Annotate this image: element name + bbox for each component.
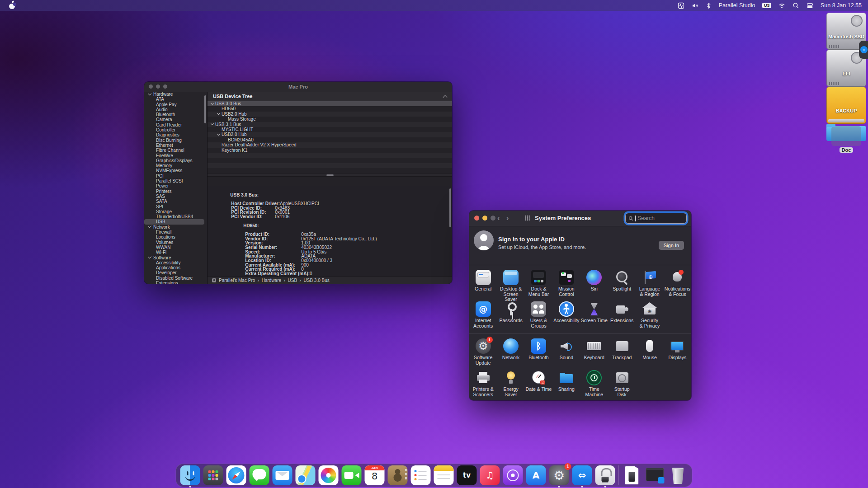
sidebar-item[interactable]: Thunderbolt/USB4 <box>144 214 207 219</box>
sidebar-item[interactable]: Memory <box>144 163 207 168</box>
sidebar-section-hardware[interactable]: Hardware <box>144 92 207 97</box>
tree-row[interactable]: Keychron K1 <box>208 148 452 153</box>
system-preferences-titlebar[interactable]: ‹ › System Preferences Search <box>469 211 691 226</box>
tree-row[interactable]: HD650 <box>208 106 452 111</box>
pref-dock-menu-bar[interactable]: Dock & Menu Bar <box>525 267 552 299</box>
pref-sharing[interactable]: Sharing <box>552 368 580 399</box>
sidebar-item[interactable]: SATA <box>144 199 207 204</box>
tree-row[interactable]: USB2.0 Hub <box>208 112 452 117</box>
sidebar-item[interactable]: Bluetooth <box>144 112 207 117</box>
tree-row[interactable]: USB 3.1 Bus <box>208 122 452 127</box>
pref-general[interactable]: General <box>469 267 497 299</box>
sidebar-item[interactable]: Storage <box>144 209 207 214</box>
dock-document[interactable] <box>622 465 642 485</box>
sidebar-item[interactable]: Fibre Channel <box>144 148 207 153</box>
status-app-name[interactable]: Parallel Studio <box>719 2 755 9</box>
pref-passwords[interactable]: Passwords <box>497 299 524 331</box>
sidebar-item[interactable]: Wi-Fi <box>144 250 207 255</box>
pref-spotlight[interactable]: Spotlight <box>608 267 636 299</box>
pref-time-machine[interactable]: Time Machine <box>580 368 608 399</box>
forward-button[interactable]: › <box>506 213 509 224</box>
sidebar-item[interactable]: Camera <box>144 117 207 122</box>
tree-row[interactable] <box>208 158 452 163</box>
pref-energy-saver[interactable]: Energy Saver <box>497 368 524 399</box>
dock-photos[interactable] <box>319 465 339 485</box>
wifi-icon[interactable] <box>778 2 785 9</box>
pref-sound[interactable]: Sound <box>552 336 580 368</box>
pref-printers-scanners[interactable]: Printers & Scanners <box>469 368 497 399</box>
pref-desktop-screen-saver[interactable]: Desktop & Screen Saver <box>497 267 524 299</box>
sidebar-item[interactable]: SPI <box>144 204 207 209</box>
sidebar-item[interactable]: Graphics/Displays <box>144 158 207 163</box>
sidebar-item[interactable]: Parallel SCSI <box>144 178 207 183</box>
tree-row-usb30-bus[interactable]: USB 3.0 Bus <box>208 101 452 106</box>
minimize-button[interactable] <box>482 216 487 221</box>
pane-splitter[interactable] <box>208 173 452 177</box>
sidebar-item[interactable]: FireWire <box>144 153 207 158</box>
sidebar-item[interactable]: Disc Burning <box>144 138 207 143</box>
pref-startup-disk[interactable]: Startup Disk <box>608 368 636 399</box>
user-switch-icon[interactable] <box>807 2 813 9</box>
teamviewer-edge-tab[interactable]: ⇔ <box>859 41 868 59</box>
sidebar-item-usb[interactable]: USB <box>144 219 204 224</box>
dock-contacts[interactable] <box>388 465 408 485</box>
sign-in-button[interactable]: Sign In <box>659 241 684 250</box>
tree-row[interactable] <box>208 153 452 158</box>
sidebar-item[interactable]: PCI <box>144 174 207 178</box>
details-scrollbar[interactable] <box>449 188 451 227</box>
sidebar-item[interactable]: Firewall <box>144 230 207 235</box>
pref-notifications-focus[interactable]: Notifications & Focus <box>664 267 691 299</box>
tree-row[interactable]: MYSTIC LIGHT <box>208 127 452 132</box>
dock-messages[interactable] <box>250 465 269 485</box>
pref-mouse[interactable]: Mouse <box>636 336 663 368</box>
sidebar-section-software[interactable]: Software <box>144 255 207 260</box>
sidebar-item[interactable]: Extensions <box>144 281 207 284</box>
dock-minimized-window[interactable] <box>645 465 665 485</box>
apple-menu-icon[interactable] <box>9 2 15 9</box>
pref-network[interactable]: Network <box>497 336 524 368</box>
sidebar-item[interactable]: Volumes <box>144 240 207 245</box>
pref-keyboard[interactable]: Keyboard <box>580 336 608 368</box>
pref-mission-control[interactable]: Mission Control <box>552 267 580 299</box>
sidebar-item[interactable]: Applications <box>144 265 207 270</box>
desktop-icon-doc[interactable]: Doc <box>826 126 866 141</box>
tree-row[interactable]: Mass Storage <box>208 117 452 122</box>
dock-reminders[interactable] <box>411 465 431 485</box>
tree-row[interactable]: USB2.0 Hub <box>208 132 452 137</box>
dock-launchpad[interactable] <box>203 465 223 485</box>
sidebar-item[interactable]: Diagnostics <box>144 132 207 137</box>
dock-maps[interactable] <box>296 465 316 485</box>
pref-screen-time[interactable]: Screen Time <box>580 299 608 331</box>
tree-row[interactable]: Razer DeathAdder V2 X HyperSpeed <box>208 142 452 147</box>
bluetooth-icon[interactable] <box>706 2 712 9</box>
show-all-grid-icon[interactable] <box>524 215 530 221</box>
dock-mail[interactable] <box>273 465 292 485</box>
pref-security-privacy[interactable]: ◉ Security & Privacy <box>636 299 663 331</box>
search-input[interactable]: Search <box>625 213 687 224</box>
system-info-titlebar[interactable]: Mac Pro <box>144 82 452 92</box>
sidebar-item[interactable]: Power <box>144 183 207 188</box>
sidebar-section-network[interactable]: Network <box>144 225 207 230</box>
dock-calendar[interactable]: JAN 8 <box>365 465 385 485</box>
sidebar-item[interactable]: Controller <box>144 127 207 132</box>
dock-apple-tv[interactable]: tv <box>457 465 477 485</box>
dock-trash[interactable] <box>668 465 688 485</box>
dock-podcasts[interactable] <box>503 465 523 485</box>
tree-row[interactable]: BCM2045A0 <box>208 137 452 142</box>
pref-bluetooth[interactable]: ᛒ Bluetooth <box>525 336 552 368</box>
sidebar-item[interactable]: Apple Pay <box>144 102 207 107</box>
zoom-button[interactable] <box>491 216 495 221</box>
menu-bar-clock[interactable]: Sun 8 Jan 12.55 <box>821 2 862 9</box>
pref-software-update[interactable]: ⚙ 1 Software Update <box>469 336 497 368</box>
dock-app-store[interactable]: A <box>526 465 546 485</box>
pref-internet-accounts[interactable]: @ Internet Accounts <box>469 299 497 331</box>
desktop-icon-backup[interactable]: BACKUP <box>826 87 866 124</box>
back-button[interactable]: ‹ <box>497 213 500 224</box>
close-button[interactable] <box>474 216 479 221</box>
sidebar-item[interactable]: Developer <box>144 270 207 275</box>
pref-siri[interactable]: Siri <box>580 267 608 299</box>
dock-music[interactable]: ♫ <box>480 465 500 485</box>
sidebar-item[interactable]: SAS <box>144 194 207 199</box>
pref-users-groups[interactable]: Users & Groups <box>525 299 552 331</box>
pref-displays[interactable]: Displays <box>664 336 691 368</box>
